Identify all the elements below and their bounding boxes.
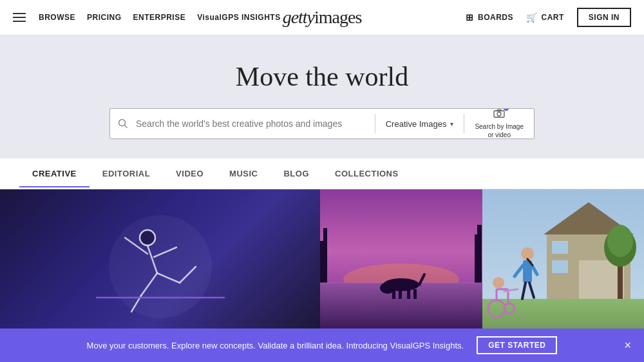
- search-by-image-button[interactable]: Search by Imageor video: [464, 108, 534, 139]
- cart-button[interactable]: 🛒 CART: [526, 12, 564, 23]
- svg-line-1: [125, 126, 128, 128]
- logo-container: gettyimages: [283, 7, 362, 28]
- banner-close-button[interactable]: ×: [624, 339, 631, 352]
- search-input[interactable]: [136, 119, 375, 129]
- hero-title: Move the world: [236, 61, 408, 92]
- svg-rect-36: [552, 260, 568, 273]
- svg-rect-27: [407, 289, 410, 299]
- boards-icon: ⊞: [466, 12, 474, 23]
- cart-icon: 🛒: [526, 12, 538, 23]
- svg-rect-19: [323, 228, 327, 283]
- svg-rect-25: [392, 289, 395, 299]
- tab-blog[interactable]: BLOG: [270, 161, 322, 187]
- image-search-label: Search by Imageor video: [475, 122, 524, 139]
- image-grid: [0, 189, 644, 344]
- tab-video[interactable]: VIDEO: [163, 161, 216, 187]
- image-col-outdoor[interactable]: [482, 189, 644, 344]
- sunset-image: [320, 189, 482, 344]
- get-started-button[interactable]: GET STARTED: [477, 336, 557, 354]
- svg-point-6: [140, 230, 155, 245]
- search-bar: Creative Images ▾ Search by Imageor vide…: [109, 108, 535, 139]
- nav-enterprise[interactable]: ENTERPRISE: [133, 13, 186, 22]
- tab-creative[interactable]: CREATIVE: [19, 161, 90, 187]
- svg-point-47: [493, 277, 504, 289]
- svg-rect-4: [497, 110, 501, 111]
- image-col-sunset[interactable]: [320, 189, 482, 344]
- header: BROWSE PRICING ENTERPRISE VisualGPS INSI…: [0, 0, 644, 35]
- svg-rect-21: [477, 225, 482, 283]
- boards-button[interactable]: ⊞ BOARDS: [466, 12, 513, 23]
- outdoor-image: [482, 189, 644, 344]
- svg-rect-28: [413, 289, 417, 299]
- badge-dot: [504, 108, 509, 111]
- boards-label: BOARDS: [478, 13, 513, 22]
- image-col-dancer[interactable]: [0, 189, 320, 344]
- header-right: ⊞ BOARDS 🛒 CART SIGN IN: [466, 8, 631, 27]
- chevron-down-icon: ▾: [450, 120, 453, 128]
- dancer-image: [0, 189, 320, 344]
- tab-collections[interactable]: COLLECTIONS: [322, 161, 412, 187]
- cart-label: CART: [542, 13, 564, 22]
- sunset-scene: [320, 189, 482, 344]
- svg-point-39: [607, 225, 633, 257]
- outdoor-scene: [482, 189, 644, 344]
- search-icon: [110, 119, 136, 129]
- main-nav: BROWSE PRICING ENTERPRISE VisualGPS INSI…: [39, 13, 281, 22]
- svg-rect-35: [552, 241, 568, 254]
- dancer-silhouette: [96, 202, 225, 331]
- search-type-dropdown[interactable]: Creative Images ▾: [375, 119, 464, 129]
- banner-text: Move your customers. Explore new concept…: [87, 341, 464, 350]
- nav-browse[interactable]: BROWSE: [39, 13, 75, 22]
- camera-icon: [493, 108, 505, 121]
- svg-point-3: [497, 112, 501, 116]
- sign-in-button[interactable]: SIGN IN: [577, 8, 631, 27]
- logo[interactable]: gettyimages: [283, 7, 362, 28]
- nav-pricing[interactable]: PRICING: [87, 13, 122, 22]
- content-tabs: CREATIVE EDITORIAL VIDEO MUSIC BLOG COLL…: [0, 158, 644, 189]
- nav-visualgps[interactable]: VisualGPS INSIGHTS: [197, 13, 280, 22]
- svg-point-0: [119, 120, 126, 126]
- search-type-label: Creative Images: [386, 119, 447, 129]
- tab-editorial[interactable]: EDITORIAL: [90, 161, 163, 187]
- tab-music[interactable]: MUSIC: [216, 161, 270, 187]
- hamburger-icon[interactable]: [13, 13, 26, 22]
- promo-banner: Move your customers. Explore new concept…: [0, 329, 644, 362]
- header-left: BROWSE PRICING ENTERPRISE VisualGPS INSI…: [13, 13, 281, 22]
- hero-section: Move the world Creative Images ▾: [0, 35, 644, 158]
- svg-rect-26: [399, 289, 402, 299]
